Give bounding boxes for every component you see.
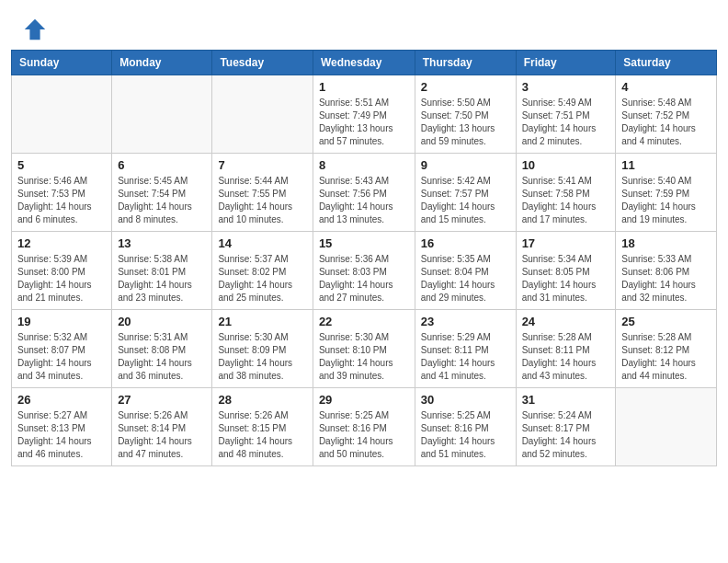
calendar-cell: 20Sunrise: 5:31 AMSunset: 8:08 PMDayligh… <box>112 310 212 388</box>
calendar-cell: 30Sunrise: 5:25 AMSunset: 8:16 PMDayligh… <box>415 388 516 466</box>
calendar-week-row: 1Sunrise: 5:51 AMSunset: 7:49 PMDaylight… <box>12 75 717 154</box>
day-number: 3 <box>522 80 610 94</box>
weekday-header-saturday: Saturday <box>616 51 717 75</box>
day-number: 21 <box>218 315 306 328</box>
day-number: 1 <box>319 80 409 94</box>
day-number: 18 <box>621 236 711 250</box>
calendar-cell: 18Sunrise: 5:33 AMSunset: 8:06 PMDayligh… <box>616 232 717 310</box>
weekday-header-sunday: Sunday <box>12 51 112 75</box>
calendar-cell: 17Sunrise: 5:34 AMSunset: 8:05 PMDayligh… <box>516 232 616 310</box>
calendar-cell: 3Sunrise: 5:49 AMSunset: 7:51 PMDaylight… <box>516 75 616 154</box>
day-info: Sunrise: 5:37 AMSunset: 8:02 PMDaylight:… <box>218 253 306 304</box>
calendar-cell: 19Sunrise: 5:32 AMSunset: 8:07 PMDayligh… <box>12 310 112 388</box>
day-number: 15 <box>319 236 409 250</box>
day-number: 23 <box>421 315 510 328</box>
weekday-header-row: SundayMondayTuesdayWednesdayThursdayFrid… <box>12 51 717 75</box>
calendar-cell: 12Sunrise: 5:39 AMSunset: 8:00 PMDayligh… <box>12 232 112 310</box>
logo <box>22 17 51 42</box>
day-number: 16 <box>421 236 510 250</box>
calendar-cell: 13Sunrise: 5:38 AMSunset: 8:01 PMDayligh… <box>112 232 212 310</box>
calendar-table: SundayMondayTuesdayWednesdayThursdayFrid… <box>11 50 717 466</box>
calendar-cell <box>212 75 313 154</box>
day-number: 7 <box>218 158 306 172</box>
day-info: Sunrise: 5:43 AMSunset: 7:56 PMDaylight:… <box>319 175 409 226</box>
day-info: Sunrise: 5:26 AMSunset: 8:15 PMDaylight:… <box>218 409 306 461</box>
calendar-cell: 27Sunrise: 5:26 AMSunset: 8:14 PMDayligh… <box>112 388 212 466</box>
day-info: Sunrise: 5:27 AMSunset: 8:13 PMDaylight:… <box>17 409 106 461</box>
calendar-cell: 26Sunrise: 5:27 AMSunset: 8:13 PMDayligh… <box>12 388 112 466</box>
calendar-wrapper: SundayMondayTuesdayWednesdayThursdayFrid… <box>0 50 728 477</box>
calendar-cell: 4Sunrise: 5:48 AMSunset: 7:52 PMDaylight… <box>616 75 717 154</box>
day-info: Sunrise: 5:36 AMSunset: 8:03 PMDaylight:… <box>319 253 409 304</box>
day-number: 9 <box>421 158 510 172</box>
day-info: Sunrise: 5:40 AMSunset: 7:59 PMDaylight:… <box>621 175 711 226</box>
day-info: Sunrise: 5:28 AMSunset: 8:12 PMDaylight:… <box>621 331 711 383</box>
day-number: 14 <box>218 236 306 250</box>
day-info: Sunrise: 5:34 AMSunset: 8:05 PMDaylight:… <box>522 253 610 304</box>
calendar-cell: 21Sunrise: 5:30 AMSunset: 8:09 PMDayligh… <box>212 310 313 388</box>
svg-marker-0 <box>25 19 45 40</box>
calendar-cell <box>112 75 212 154</box>
day-number: 6 <box>118 158 206 172</box>
calendar-cell: 25Sunrise: 5:28 AMSunset: 8:12 PMDayligh… <box>616 310 717 388</box>
calendar-cell: 15Sunrise: 5:36 AMSunset: 8:03 PMDayligh… <box>313 232 415 310</box>
calendar-cell: 1Sunrise: 5:51 AMSunset: 7:49 PMDaylight… <box>313 75 415 154</box>
day-number: 8 <box>319 158 409 172</box>
calendar-cell: 23Sunrise: 5:29 AMSunset: 8:11 PMDayligh… <box>415 310 516 388</box>
calendar-cell: 29Sunrise: 5:25 AMSunset: 8:16 PMDayligh… <box>313 388 415 466</box>
logo-icon <box>22 17 48 42</box>
day-info: Sunrise: 5:31 AMSunset: 8:08 PMDaylight:… <box>118 331 206 383</box>
day-number: 25 <box>621 315 711 328</box>
weekday-header-friday: Friday <box>516 51 616 75</box>
day-info: Sunrise: 5:30 AMSunset: 8:09 PMDaylight:… <box>218 331 306 383</box>
day-number: 4 <box>621 80 711 94</box>
day-info: Sunrise: 5:24 AMSunset: 8:17 PMDaylight:… <box>522 409 610 461</box>
day-number: 17 <box>522 236 610 250</box>
day-number: 20 <box>118 315 206 328</box>
day-info: Sunrise: 5:28 AMSunset: 8:11 PMDaylight:… <box>522 331 610 383</box>
day-info: Sunrise: 5:29 AMSunset: 8:11 PMDaylight:… <box>421 331 510 383</box>
day-info: Sunrise: 5:51 AMSunset: 7:49 PMDaylight:… <box>319 97 409 148</box>
day-number: 2 <box>421 80 510 94</box>
day-number: 26 <box>17 393 106 407</box>
day-info: Sunrise: 5:35 AMSunset: 8:04 PMDaylight:… <box>421 253 510 304</box>
weekday-header-wednesday: Wednesday <box>313 51 415 75</box>
calendar-week-row: 5Sunrise: 5:46 AMSunset: 7:53 PMDaylight… <box>12 154 717 232</box>
day-number: 12 <box>17 236 106 250</box>
day-number: 22 <box>319 315 409 328</box>
day-number: 24 <box>522 315 610 328</box>
page-header <box>0 0 728 50</box>
day-info: Sunrise: 5:32 AMSunset: 8:07 PMDaylight:… <box>17 331 106 383</box>
calendar-week-row: 19Sunrise: 5:32 AMSunset: 8:07 PMDayligh… <box>12 310 717 388</box>
calendar-cell: 8Sunrise: 5:43 AMSunset: 7:56 PMDaylight… <box>313 154 415 232</box>
calendar-cell: 24Sunrise: 5:28 AMSunset: 8:11 PMDayligh… <box>516 310 616 388</box>
calendar-cell: 5Sunrise: 5:46 AMSunset: 7:53 PMDaylight… <box>12 154 112 232</box>
calendar-cell: 7Sunrise: 5:44 AMSunset: 7:55 PMDaylight… <box>212 154 313 232</box>
day-number: 29 <box>319 393 409 407</box>
day-info: Sunrise: 5:30 AMSunset: 8:10 PMDaylight:… <box>319 331 409 383</box>
calendar-cell: 11Sunrise: 5:40 AMSunset: 7:59 PMDayligh… <box>616 154 717 232</box>
day-info: Sunrise: 5:48 AMSunset: 7:52 PMDaylight:… <box>621 97 711 148</box>
day-info: Sunrise: 5:39 AMSunset: 8:00 PMDaylight:… <box>17 253 106 304</box>
day-number: 11 <box>621 158 711 172</box>
weekday-header-thursday: Thursday <box>415 51 516 75</box>
day-info: Sunrise: 5:49 AMSunset: 7:51 PMDaylight:… <box>522 97 610 148</box>
day-info: Sunrise: 5:38 AMSunset: 8:01 PMDaylight:… <box>118 253 206 304</box>
calendar-cell: 10Sunrise: 5:41 AMSunset: 7:58 PMDayligh… <box>516 154 616 232</box>
day-info: Sunrise: 5:41 AMSunset: 7:58 PMDaylight:… <box>522 175 610 226</box>
day-number: 27 <box>118 393 206 407</box>
day-number: 5 <box>17 158 106 172</box>
calendar-cell: 16Sunrise: 5:35 AMSunset: 8:04 PMDayligh… <box>415 232 516 310</box>
calendar-cell: 14Sunrise: 5:37 AMSunset: 8:02 PMDayligh… <box>212 232 313 310</box>
calendar-week-row: 26Sunrise: 5:27 AMSunset: 8:13 PMDayligh… <box>12 388 717 466</box>
calendar-cell: 28Sunrise: 5:26 AMSunset: 8:15 PMDayligh… <box>212 388 313 466</box>
day-number: 10 <box>522 158 610 172</box>
day-number: 13 <box>118 236 206 250</box>
calendar-cell: 2Sunrise: 5:50 AMSunset: 7:50 PMDaylight… <box>415 75 516 154</box>
calendar-cell <box>616 388 717 466</box>
day-info: Sunrise: 5:33 AMSunset: 8:06 PMDaylight:… <box>621 253 711 304</box>
weekday-header-tuesday: Tuesday <box>212 51 313 75</box>
day-number: 28 <box>218 393 306 407</box>
calendar-cell <box>12 75 112 154</box>
calendar-cell: 31Sunrise: 5:24 AMSunset: 8:17 PMDayligh… <box>516 388 616 466</box>
